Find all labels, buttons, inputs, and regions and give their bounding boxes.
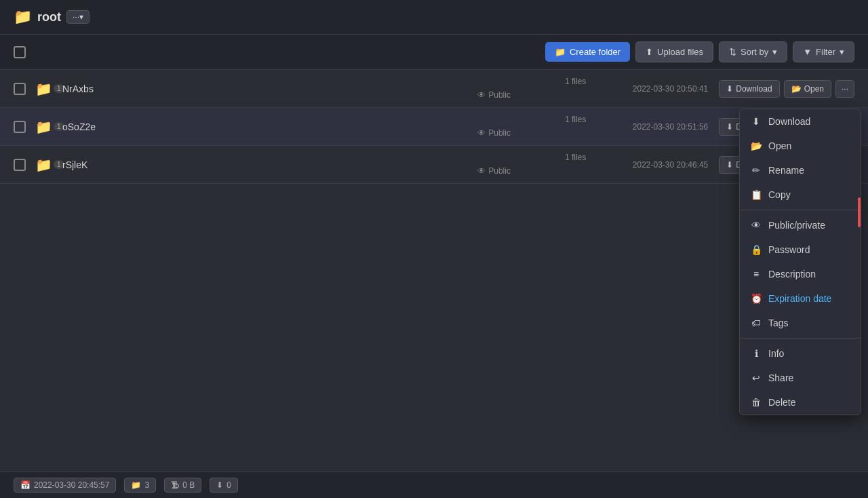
download-menu-label: Download [768,116,810,127]
open-label-1: Open [804,84,824,94]
description-menu-label: Description [768,269,816,280]
status-date: 📅 2022-03-30 20:45:57 [14,478,116,493]
open-icon-menu: 📂 [751,140,762,151]
status-bar: 📅 2022-03-30 20:45:57 📁 3 🗜 0 B ⬇ 0 [0,472,868,498]
create-folder-label: Create folder [570,47,620,57]
folder-icon-row2: 📁 [35,119,52,135]
folder-plus-icon: 📁 [555,47,566,57]
delete-menu-label: Delete [768,397,795,408]
files-count-3: 1 files [477,151,586,164]
download-icon-1: ⬇ [726,84,733,94]
dropdown-item-tags[interactable]: 🏷 Tags [740,311,861,335]
status-date-value: 2022-03-30 20:45:57 [34,480,109,490]
more-button-1[interactable]: ··· [835,80,854,98]
file-name-3[interactable]: rSjleK [62,159,477,170]
table-row: 📁 1 oSoZ2e 1 files 👁 Public 2022-03-30 2… [0,108,868,146]
status-downloads: ⬇ 0 [210,478,238,493]
files-count-2: 1 files [477,113,586,126]
eye-icon-menu: 👁 [751,220,762,231]
page-title: 📁 root ···▾ [14,8,90,26]
open-icon-1: 📂 [791,84,802,94]
toolbar-left [14,46,26,58]
header-more-button[interactable]: ···▾ [66,10,90,24]
file-date-3: 2022-03-30 20:46:45 [586,160,708,170]
dropdown-item-info[interactable]: ℹ Info [740,341,861,366]
dropdown-item-publicprivate[interactable]: 👁 Public/private [740,213,861,237]
filter-label: Filter [816,47,835,57]
clock-icon-menu: ⏰ [751,293,762,304]
dropdown-item-share[interactable]: ↩ Share [740,366,861,390]
header: 📁 root ···▾ [0,0,868,35]
open-button-1[interactable]: 📂 Open [784,80,831,98]
select-all-checkbox[interactable] [14,46,26,58]
files-count-1: 1 files [477,75,586,88]
download-icon-3: ⬇ [726,160,733,170]
copy-icon-menu: 📋 [751,189,762,200]
root-label: root [37,10,61,24]
file-name-1[interactable]: NrAxbs [62,83,477,94]
file-meta-3: 1 files 👁 Public [477,151,586,177]
tag-icon-menu: 🏷 [751,318,762,328]
calendar-icon: 📅 [20,480,31,490]
dropdown-item-expiration[interactable]: ⏰ Expiration date [740,286,861,311]
download-icon-2: ⬇ [726,122,733,132]
status-size: 🗜 0 B [164,478,201,493]
visibility-1: 👁 Public [477,89,586,102]
open-menu-label: Open [768,140,791,151]
dropdown-item-copy[interactable]: 📋 Copy [740,183,861,207]
password-menu-label: Password [768,244,810,255]
folder-icon-row1: 📁 [35,81,52,97]
description-icon-menu: ≡ [751,269,762,280]
table-row: 📁 1 NrAxbs 1 files 👁 Public 2022-03-30 2… [0,70,868,108]
upload-files-button[interactable]: ⬆ Upload files [635,41,713,62]
file-date-2: 2022-03-30 20:51:56 [586,122,708,132]
chevron-down-icon-2: ▾ [840,47,844,57]
rename-menu-label: Rename [768,165,804,176]
sort-icon: ⇅ [729,47,736,57]
create-folder-button[interactable]: 📁 Create folder [545,42,630,62]
file-actions-1: ⬇ Download 📂 Open ··· [719,80,854,98]
toolbar: 📁 Create folder ⬆ Upload files ⇅ Sort by… [0,35,868,70]
dropdown-item-download[interactable]: ⬇ Download [740,109,861,134]
download-label-1: Download [736,84,772,94]
row-checkbox-1[interactable] [14,83,26,95]
status-size-value: 0 B [182,480,195,490]
filter-icon: ▼ [803,47,812,57]
upload-icon: ⬆ [646,47,653,57]
chevron-down-icon: ▾ [772,47,777,57]
download-count-icon: ⬇ [216,480,223,490]
file-name-2[interactable]: oSoZ2e [62,121,477,132]
lock-icon-menu: 🔒 [751,244,762,255]
table-row: 📁 1 rSjleK 1 files 👁 Public 2022-03-30 2… [0,146,868,184]
info-icon-menu: ℹ [751,348,762,359]
trash-icon-menu: 🗑 [751,397,762,408]
row-checkbox-3[interactable] [14,159,26,171]
folders-icon: 📁 [131,480,141,490]
download-icon-menu: ⬇ [751,116,762,127]
status-folders: 📁 3 [124,478,156,493]
archive-icon: 🗜 [171,480,179,490]
expiration-menu-label: Expiration date [768,293,831,304]
eye-icon-2: 👁 [477,127,486,140]
row-checkbox-2[interactable] [14,121,26,133]
visibility-3: 👁 Public [477,165,586,178]
share-menu-label: Share [768,372,793,383]
sort-by-button[interactable]: ⇅ Sort by ▾ [719,41,787,62]
download-button-1[interactable]: ⬇ Download [719,80,779,98]
context-menu: ⬇ Download 📂 Open ✏ Rename 📋 Copy 👁 Publ… [739,109,861,415]
eye-icon-1: 👁 [477,89,486,102]
red-bar-indicator [858,197,861,227]
dropdown-item-password[interactable]: 🔒 Password [740,237,861,262]
publicprivate-menu-label: Public/private [768,220,825,231]
filter-button[interactable]: ▼ Filter ▾ [793,41,854,62]
dropdown-item-rename[interactable]: ✏ Rename [740,158,861,183]
toolbar-right: 📁 Create folder ⬆ Upload files ⇅ Sort by… [545,41,854,62]
folder-icon-row3: 📁 [35,157,52,173]
dropdown-item-open[interactable]: 📂 Open [740,134,861,158]
folder-icon: 📁 [14,8,32,26]
visibility-2: 👁 Public [477,127,586,140]
file-meta-2: 1 files 👁 Public [477,113,586,139]
dropdown-item-description[interactable]: ≡ Description [740,262,861,286]
tags-menu-label: Tags [768,318,789,328]
dropdown-item-delete[interactable]: 🗑 Delete [740,390,861,415]
